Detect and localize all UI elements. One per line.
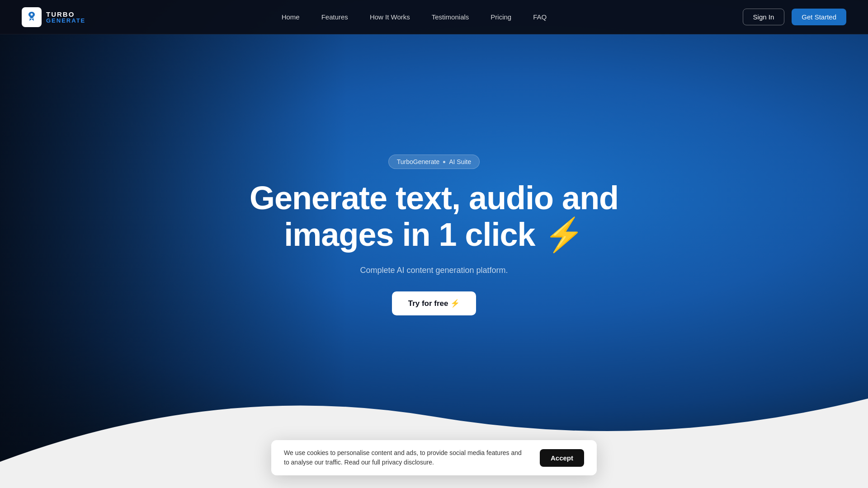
logo-icon bbox=[22, 7, 42, 27]
nav-pricing[interactable]: Pricing bbox=[491, 13, 511, 21]
nav-how-it-works[interactable]: How It Works bbox=[370, 13, 410, 21]
hero-title-line1: Generate text, audio and bbox=[250, 180, 618, 216]
nav-faq[interactable]: FAQ bbox=[533, 13, 547, 21]
logo-turbo-text: TURBO bbox=[46, 11, 85, 18]
navbar: TURBO GENERATE Home Features How It Work… bbox=[0, 0, 868, 34]
hero-subtitle: Complete AI content generation platform. bbox=[360, 266, 508, 275]
signin-button[interactable]: Sign In bbox=[743, 9, 785, 25]
badge-name: TurboGenerate bbox=[397, 158, 439, 165]
nav-features[interactable]: Features bbox=[321, 13, 348, 21]
logo-text: TURBO GENERATE bbox=[46, 11, 85, 23]
accept-button[interactable]: Accept bbox=[540, 449, 584, 467]
nav-testimonials[interactable]: Testimonials bbox=[432, 13, 469, 21]
hero-title-line2: images in 1 click bbox=[284, 216, 543, 253]
hero-section: TurboGenerate AI Suite Generate text, au… bbox=[0, 0, 868, 488]
cookie-text: We use cookies to personalise content an… bbox=[284, 448, 525, 467]
nav-actions: Sign In Get Started bbox=[743, 9, 846, 25]
logo-generate-text: GENERATE bbox=[46, 18, 85, 23]
getstarted-button[interactable]: Get Started bbox=[792, 9, 846, 25]
badge-tag: AI Suite bbox=[449, 158, 471, 165]
logo[interactable]: TURBO GENERATE bbox=[22, 7, 85, 27]
hero-title: Generate text, audio and images in 1 cli… bbox=[250, 180, 618, 253]
nav-links: Home Features How It Works Testimonials … bbox=[282, 13, 547, 21]
try-for-free-button[interactable]: Try for free ⚡ bbox=[392, 291, 476, 315]
cookie-banner: We use cookies to personalise content an… bbox=[271, 440, 597, 475]
nav-home[interactable]: Home bbox=[282, 13, 300, 21]
hero-content: TurboGenerate AI Suite Generate text, au… bbox=[250, 155, 618, 315]
lightning-icon: ⚡ bbox=[544, 216, 584, 253]
hero-badge: TurboGenerate AI Suite bbox=[388, 155, 480, 169]
svg-point-0 bbox=[31, 13, 33, 15]
badge-dot bbox=[443, 161, 445, 163]
